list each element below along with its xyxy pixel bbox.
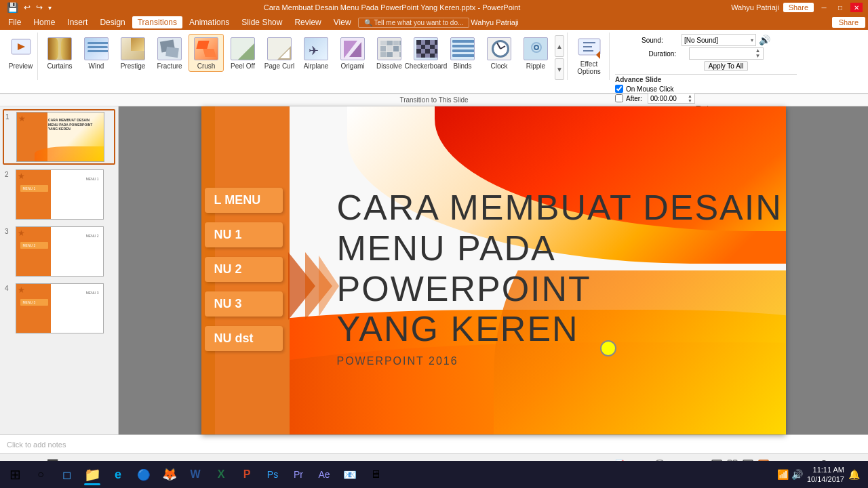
slide-subtitle-text: POWERPOINT 2016 [337,355,786,367]
taskbar: ⊞ ○ ◻ 📁 e 🔵 🦊 W X P Ps Pr Ae 📧 🖥 📶 [0,461,868,488]
tab-review[interactable]: Review [289,16,326,28]
taskbar-ae-button[interactable]: Ae [312,462,336,487]
taskbar-excel-button[interactable]: X [209,462,233,487]
taskbar-chrome-button[interactable]: 🔵 [132,462,156,487]
file-explorer-icon: 📁 [84,466,101,483]
transition-origami[interactable]: Origami [335,34,370,72]
preview-button[interactable]: Preview [7,34,35,72]
main-area: 1 CARA MEMBUAT DESAINMENU PADA POWERPOIN… [0,106,868,434]
crush-label: Crush [197,62,216,70]
start-icon: ⊞ [9,466,21,483]
prestige-icon [121,37,145,61]
transition-clock[interactable]: Clock [481,34,517,72]
title-bar: 💾 ↩ ↪ ▾ Cara Membuat Desain Menu Pada Po… [0,0,868,15]
transition-peel-off[interactable]: Peel Off [225,34,260,72]
quick-undo[interactable]: ↩ [22,3,32,12]
curtains-label: Curtains [47,62,72,70]
maximize-button[interactable]: □ [834,3,846,12]
network-icon[interactable]: 📶 [777,469,789,480]
quick-customize[interactable]: ▾ [47,4,53,12]
taskbar-explorer-button[interactable]: 📁 [80,462,104,487]
taskbar-search-button[interactable]: ○ [28,462,53,487]
scroll-up-arrow[interactable]: ▲ [555,35,564,57]
premiere-icon: Pr [294,469,303,480]
apply-all-button[interactable]: Apply To All [704,61,749,71]
on-mouse-click-label: On Mouse Click [626,85,674,93]
tab-view[interactable]: View [328,16,357,28]
transition-page-curl[interactable]: Page Curl [262,34,297,72]
transition-prestige[interactable]: Prestige [115,34,151,72]
sound-dropdown-icon[interactable]: ▾ [751,37,753,43]
duration-down-icon[interactable]: ▼ [755,54,761,59]
slide-menu-btn-main: L MENU [205,188,283,213]
sound-label: Sound: [642,37,679,44]
slide-canvas[interactable]: L MENU NU 1 NU 2 NU 3 NU dst CARA MEMBUA… [201,106,786,434]
slide-star-4: ★ [18,285,25,295]
page-curl-label: Page Curl [264,62,294,70]
tab-insert[interactable]: Insert [62,16,93,28]
taskbar-firefox-button[interactable]: 🦊 [157,462,182,487]
date-display: 10/14/2017 [807,474,844,484]
volume-icon[interactable]: 🔊 [791,469,803,480]
transition-ripple[interactable]: Ripple [518,34,553,72]
tab-animations[interactable]: Animations [184,16,235,28]
close-button[interactable]: ✕ [850,3,863,12]
minimize-button[interactable]: ─ [818,3,830,12]
ripple-icon [524,37,548,61]
taskbar-misc1-button[interactable]: 📧 [338,462,362,487]
fracture-label: Fracture [157,62,182,70]
misc1-icon: 📧 [343,468,357,481]
transition-airplane[interactable]: ✈ Airplane [298,34,334,72]
peel-off-icon [231,37,255,61]
preview-icon [9,37,33,61]
notes-area[interactable]: Click to add notes [0,434,868,453]
taskbar-word-button[interactable]: W [183,462,208,487]
search-box[interactable]: 🔍 Tell me what you want to do... [358,18,470,28]
effect-options-label: EffectOptions [577,60,600,75]
taskbar-cortana-button[interactable]: ◻ [54,462,79,487]
notification-icon[interactable]: 🔔 [848,469,860,480]
tab-transitions[interactable]: Transitions [132,16,182,28]
transition-wind[interactable]: Wind [79,34,114,72]
aftereffects-icon: Ae [318,469,330,480]
quick-save[interactable]: 💾 [5,2,20,13]
slide-preview-3: MENU 2 MENU 2 ★ [16,226,104,277]
notes-placeholder: Click to add notes [7,441,66,449]
taskbar-edge-button[interactable]: e [106,462,130,487]
transition-crush[interactable]: Crush [189,34,224,72]
on-mouse-click-checkbox[interactable] [615,85,623,93]
share-btn-header[interactable]: Share [832,17,865,28]
slide-star-1: ★ [18,114,26,123]
slide-thumb-2[interactable]: 2 MENU 1 MENU 1 ★ [3,167,115,222]
tab-home[interactable]: Home [28,16,60,28]
taskbar-misc2-button[interactable]: 🖥 [363,462,388,487]
slide-num-3: 3 [5,228,13,235]
slide-thumb-1[interactable]: 1 CARA MEMBUAT DESAINMENU PADA POWERPOIN… [3,109,115,165]
taskbar-start-button[interactable]: ⊞ [3,462,27,487]
transition-dissolve[interactable]: Dissolve [372,34,407,72]
sound-value[interactable]: [No Sound] [684,37,750,44]
transition-checkerboard[interactable]: Checkerboard [408,34,443,72]
transition-fracture[interactable]: Fracture [152,34,187,72]
tab-design[interactable]: Design [94,16,130,28]
slide-star-2: ★ [18,171,25,181]
photoshop-icon: Ps [267,469,278,480]
transition-blinds[interactable]: Blinds [445,34,480,72]
taskbar-pr-button[interactable]: Pr [286,462,311,487]
slide-thumb-3[interactable]: 3 MENU 2 MENU 2 ★ [3,224,115,279]
quick-redo[interactable]: ↪ [35,3,44,12]
on-mouse-click-row: On Mouse Click [615,85,797,93]
scroll-down-arrow[interactable]: ▼ [555,58,564,80]
tab-slideshow[interactable]: Slide Show [236,16,288,28]
slide-thumb-4[interactable]: 4 MENU 3 MENU 3 ★ [3,281,115,336]
effect-options-button[interactable]: EffectOptions [575,34,604,77]
search-icon: 🔍 [364,19,372,26]
transition-curtains[interactable]: Curtains [42,34,77,72]
slide-preview-2: MENU 1 MENU 1 ★ [16,169,104,220]
taskbar-ps-button[interactable]: Ps [260,462,285,487]
share-button[interactable]: Share [783,3,814,12]
taskbar-clock[interactable]: 11:11 AM 10/14/2017 [807,465,844,485]
tab-file[interactable]: File [3,16,26,28]
taskbar-ppt-button[interactable]: P [235,462,259,487]
slide-menu-btn-3: NU 3 [205,291,283,317]
